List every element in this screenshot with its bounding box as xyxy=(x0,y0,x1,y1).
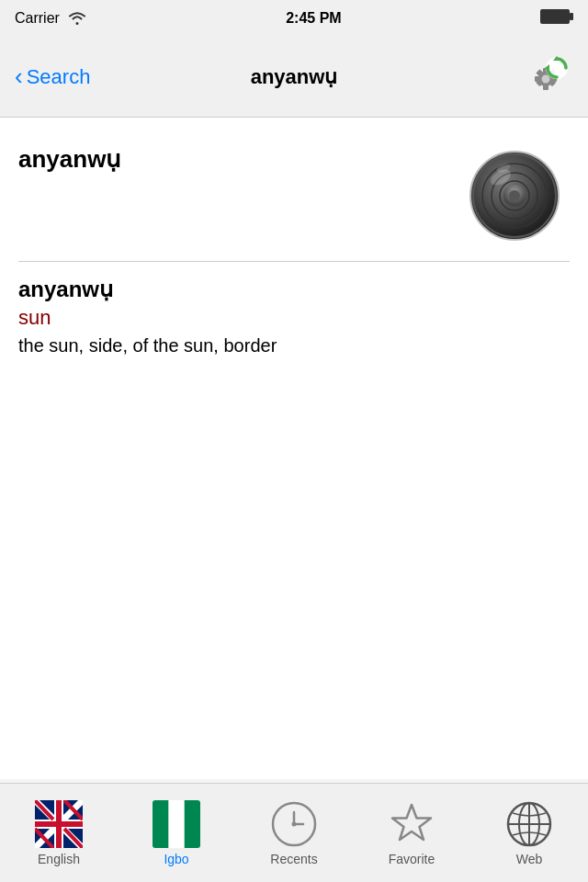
nav-bar: ‹ Search anyanwụ xyxy=(0,37,588,118)
definition-section: anyanwụ sun the sun, side, of the sun, b… xyxy=(18,262,570,356)
tab-english-label: English xyxy=(38,852,80,866)
back-button[interactable]: ‹ Search xyxy=(15,65,90,89)
tab-recents[interactable]: Recents xyxy=(248,793,340,874)
status-bar-time: 2:45 PM xyxy=(286,10,341,27)
nav-title: anyanwụ xyxy=(251,65,338,89)
part-of-speech: sun xyxy=(18,306,570,330)
svg-point-41 xyxy=(292,821,297,826)
header-word: anyanwụ xyxy=(18,136,120,174)
chevron-left-icon: ‹ xyxy=(15,64,23,88)
tab-igbo-label: Igbo xyxy=(164,852,188,866)
definition-word: anyanwụ xyxy=(18,277,570,302)
status-bar-left: Carrier xyxy=(15,9,87,28)
word-header-section: anyanwụ xyxy=(18,136,570,262)
tab-web-label: Web xyxy=(516,852,543,866)
tab-bar: English Igbo Recents Favorite xyxy=(0,783,588,882)
back-label: Search xyxy=(27,65,91,89)
svg-point-21 xyxy=(509,190,520,201)
svg-rect-5 xyxy=(543,85,548,90)
definition-meaning: the sun, side, of the sun, border xyxy=(18,335,570,356)
tab-recents-label: Recents xyxy=(270,852,317,866)
main-content: anyanwụ xyxy=(0,118,588,779)
tab-favorite[interactable]: Favorite xyxy=(366,793,458,874)
svg-marker-42 xyxy=(392,805,431,840)
tab-web[interactable]: Web xyxy=(483,793,575,874)
speaker-button[interactable] xyxy=(459,136,570,250)
tab-favorite-label: Favorite xyxy=(389,852,435,866)
wifi-icon xyxy=(67,9,87,28)
svg-rect-37 xyxy=(168,800,184,848)
status-bar: Carrier 2:45 PM xyxy=(0,0,588,37)
svg-rect-0 xyxy=(540,9,570,24)
tab-english[interactable]: English xyxy=(13,793,105,874)
gear-button[interactable] xyxy=(522,51,573,103)
svg-rect-1 xyxy=(570,13,573,20)
battery-icon xyxy=(540,8,573,28)
tab-igbo[interactable]: Igbo xyxy=(130,793,222,874)
carrier-label: Carrier xyxy=(15,10,60,27)
svg-rect-31 xyxy=(56,800,62,848)
